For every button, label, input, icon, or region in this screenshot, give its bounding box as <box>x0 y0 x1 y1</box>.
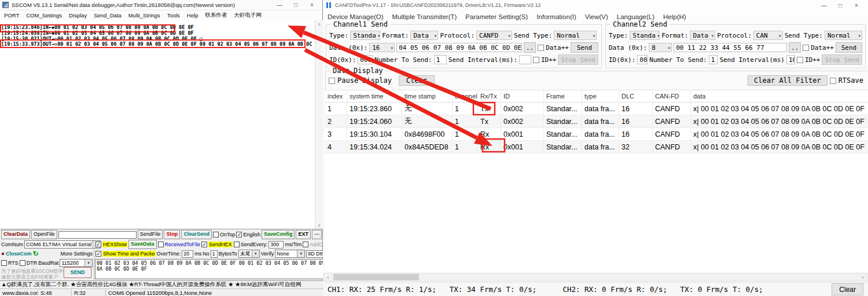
column-header-dlc[interactable]: DLC <box>619 90 653 102</box>
table-row[interactable]: 419:15:34.0240x84A5DED81Rx0x001Standar..… <box>325 141 868 154</box>
canfd-menu-item-0[interactable]: Device Manage(O) <box>328 13 384 20</box>
ch1-number-input[interactable]: 1 <box>434 55 447 64</box>
receive-scrollbar[interactable]: ∧ ∨ <box>315 20 323 229</box>
frames-table[interactable]: indexsystem timetime stampchannelRx/TxID… <box>325 90 868 272</box>
received-to-file-checkbox[interactable] <box>158 242 164 247</box>
bytes-count-input[interactable] <box>211 250 218 258</box>
ch1-stop-send-button[interactable]: Stop Send <box>558 54 598 65</box>
ch2-stop-send-button[interactable]: Stop Send <box>822 54 862 65</box>
ch1-more-data-button[interactable]: .. <box>524 42 536 53</box>
ch2-id-increment-checkbox[interactable] <box>797 57 803 63</box>
minimize-icon[interactable]: — <box>271 1 288 9</box>
ch2-send-button[interactable]: Send <box>836 42 862 53</box>
sscom-menu-item-5[interactable]: Tools <box>167 12 180 19</box>
file-path-input[interactable] <box>58 231 137 239</box>
clear-all-filter-button[interactable]: Clear All Filter <box>748 75 827 86</box>
send-button[interactable]: SEND <box>64 267 91 278</box>
ch2-type-select[interactable]: Standa▼ <box>630 31 660 40</box>
sscom-title-bar[interactable]: SSCOM V5.13.1 Serial/Net data debugger,A… <box>0 0 322 10</box>
ch2-dlc-select[interactable]: 8▼ <box>649 43 672 52</box>
pause-display-checkbox[interactable] <box>329 78 335 84</box>
table-row[interactable]: 219:15:24.060无1Tx0x002Standar...data fra… <box>325 115 868 128</box>
ch1-type-select[interactable]: Standa▼ <box>350 31 380 40</box>
scroll-up-icon[interactable]: ∧ <box>315 20 323 28</box>
rts-checkbox[interactable] <box>1 260 7 266</box>
column-header-type[interactable]: type <box>582 90 619 102</box>
clear-display-button[interactable]: Clear <box>399 75 435 86</box>
ch2-data-increment-checkbox[interactable] <box>803 45 809 51</box>
ch1-send-button[interactable]: Send <box>571 42 598 53</box>
maximize-icon[interactable]: □ <box>832 1 848 10</box>
ch2-protocol-select[interactable]: CAN▼ <box>753 31 783 40</box>
receive-area[interactable]: [19:15:23.846]IN←◆00 01 02 03 04 05 06 0… <box>0 20 323 229</box>
sscom-menu-item-1[interactable]: COM_Settings <box>26 12 62 19</box>
scroll-down-icon[interactable]: ∨ <box>315 221 323 229</box>
show-time-checkbox[interactable]: ✓ <box>95 251 101 257</box>
sscom-menu-item-3[interactable]: Send_Data <box>94 12 122 19</box>
send-file-button[interactable]: SendFile <box>138 230 163 239</box>
column-header-channel[interactable]: channel <box>453 90 478 102</box>
column-header-index[interactable]: index <box>325 90 347 102</box>
ch2-more-data-button[interactable]: .. <box>789 42 801 53</box>
scroll-right-icon[interactable]: › <box>859 275 867 280</box>
ch2-send-type-select[interactable]: Normal▼ <box>825 31 862 40</box>
ch1-id-input[interactable]: 00002 <box>358 55 373 64</box>
column-header-rx-tx[interactable]: Rx/Tx <box>478 90 501 102</box>
save-data-button[interactable]: SaveData <box>128 240 157 249</box>
ch2-data-input[interactable]: 00 11 22 33 44 55 66 77 <box>674 43 787 52</box>
ch2-number-input[interactable]: 1 <box>709 55 718 64</box>
promo-banner[interactable]: ▲Q群满员了,没有第二个群. ★合宙高性价比4G模块 ★RT-Thread中国人… <box>0 280 323 288</box>
close-com-button[interactable]: CloseCom <box>6 251 32 257</box>
ext-button[interactable]: EXT <box>296 230 311 239</box>
ch1-interval-input[interactable] <box>519 55 531 64</box>
collapse-button[interactable]: — <box>312 230 322 239</box>
scrollbar-thumb[interactable] <box>333 274 419 280</box>
sscom-menu-item-0[interactable]: PORT <box>4 12 19 19</box>
dtr-checkbox[interactable] <box>20 260 25 266</box>
ontop-checkbox[interactable] <box>213 232 219 237</box>
column-header-id[interactable]: ID <box>501 90 544 102</box>
more-settings-button[interactable]: More Settings <box>60 251 93 257</box>
sscom-menu-item-7[interactable]: 联系作者 <box>205 12 227 19</box>
table-row[interactable]: 319:15:30.1040x84698F001Rx0x001Standar..… <box>325 128 868 141</box>
close-icon[interactable]: × <box>304 1 320 9</box>
close-icon[interactable]: × <box>848 1 865 10</box>
ch1-send-type-select[interactable]: Normal▼ <box>554 31 597 40</box>
maximize-icon[interactable]: □ <box>288 1 304 9</box>
canfd-menu-item-3[interactable]: Information(I) <box>536 13 576 20</box>
open-file-button[interactable]: OpenFile <box>31 230 57 239</box>
scroll-left-icon[interactable]: ‹ <box>324 275 332 280</box>
status-site[interactable]: www.daxia.com <box>0 289 38 296</box>
ch2-id-input[interactable]: 00001 <box>637 55 648 64</box>
column-header-time-stamp[interactable]: time stamp <box>402 90 453 102</box>
canfd-menu-item-6[interactable]: Help(H) <box>663 13 686 20</box>
canfd-menu-item-5[interactable]: Language(L) <box>617 13 654 20</box>
com-port-select[interactable]: COM6 ELTIMA Virtual Serial ▼ <box>24 240 101 249</box>
send-every-input[interactable] <box>269 241 284 249</box>
sscom-menu-item-6[interactable]: Help <box>187 12 198 19</box>
table-horizontal-scrollbar[interactable]: ‹ › <box>323 273 867 282</box>
canfd-menu-item-4[interactable]: View(V) <box>585 13 608 20</box>
sscom-menu-item-8[interactable]: 大虾电子网 <box>234 12 262 19</box>
add-crlf-checkbox[interactable] <box>303 242 308 247</box>
clear-statistics-button[interactable]: Clear <box>832 283 863 295</box>
canfd-menu-item-1[interactable]: Multiple Transmiter(T) <box>392 13 457 20</box>
sendhex-checkbox[interactable]: ✓ <box>201 242 207 247</box>
column-header-system-time[interactable]: system time <box>347 90 402 102</box>
column-header-data[interactable]: data <box>691 90 868 102</box>
column-header-frame[interactable]: Frame <box>544 90 582 102</box>
ch2-format-select[interactable]: Data▼ <box>690 31 715 40</box>
sscom-menu-item-2[interactable]: Display <box>69 12 87 19</box>
minimize-icon[interactable]: — <box>816 1 832 10</box>
ch1-dlc-select[interactable]: 16▼ <box>369 43 395 52</box>
baud-select[interactable]: 115200 ▼ <box>60 259 93 267</box>
english-checkbox[interactable]: ✓ <box>236 232 242 237</box>
verify-select[interactable]: None ▼ <box>275 250 305 258</box>
save-config-button[interactable]: SaveConfig <box>262 230 295 239</box>
overtime-input[interactable] <box>182 250 193 258</box>
ch1-format-select[interactable]: Data▼ <box>410 31 438 40</box>
ch1-protocol-select[interactable]: CANFD▼ <box>476 31 512 40</box>
stop-button[interactable]: Stop <box>164 230 180 239</box>
sscom-menu-item-4[interactable]: Multi_Strings <box>128 12 160 19</box>
column-header-can-fd[interactable]: CAN-FD <box>653 90 691 102</box>
